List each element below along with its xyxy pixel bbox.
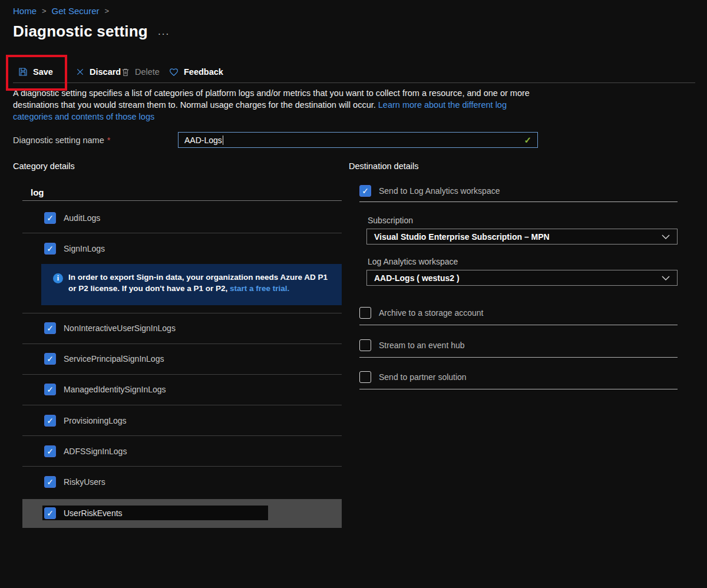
name-field-label: Diagnostic setting name* [13,136,110,145]
breadcrumb-home-link[interactable]: Home [13,6,37,16]
delete-button[interactable]: Delete [121,63,160,81]
check-icon: ✓ [47,447,54,455]
destination-divider [359,325,678,325]
check-icon: ✓ [47,245,54,253]
category-details-heading: Category details [13,161,75,171]
more-options-button[interactable]: ... [158,26,170,38]
chevron-down-icon [662,234,670,239]
page-title: Diagnostic setting [13,22,148,41]
stream-event-hub-label: Stream to an event hub [379,341,465,350]
workspace-dropdown[interactable]: AAD-Logs ( westus2 ) [366,270,678,286]
signinlogs-checkbox[interactable]: ✓ [44,243,56,255]
diagnostic-setting-name-input[interactable]: AAD-Logs ✓ [178,132,538,148]
description: A diagnostic setting specifies a list of… [13,87,536,123]
row-divider [22,374,342,375]
row-divider [22,343,342,344]
stream-event-hub-checkbox[interactable]: ✓ [359,339,371,351]
save-highlight-box [6,55,67,91]
send-to-log-analytics-checkbox[interactable]: ✓ [359,185,371,197]
destination-details-heading: Destination details [349,161,419,171]
category-row-userriskevents-highlighted[interactable]: ✓ UserRiskEvents [22,499,342,528]
breadcrumb: Home > Get Securer > [13,6,114,16]
auditlogs-checkbox[interactable]: ✓ [44,212,56,224]
info-banner-text: In order to export Sign-in data, your or… [68,272,331,294]
workspace-value: AAD-Logs ( westus2 ) [374,273,460,283]
category-row-auditlogs: ✓ AuditLogs [44,211,100,225]
provisioninglogs-checkbox[interactable]: ✓ [44,415,56,427]
destination-row-archive: ✓ Archive to a storage account [359,306,483,320]
destination-row-partner: ✓ Send to partner solution [359,370,467,384]
free-trial-link[interactable]: start a free trial. [230,284,289,293]
managedidentitysigninlogs-checkbox[interactable]: ✓ [44,384,56,395]
check-icon: ✓ [47,385,54,394]
send-partner-solution-label: Send to partner solution [379,372,467,382]
discard-button[interactable]: Discard [75,63,121,81]
info-icon: i [53,273,63,283]
check-icon: ✓ [47,478,54,486]
adfssigninlogs-checkbox[interactable]: ✓ [44,445,56,457]
archive-storage-checkbox[interactable]: ✓ [359,307,371,319]
check-icon: ✓ [47,509,54,517]
heart-icon [169,67,179,77]
discard-label: Discard [90,67,121,77]
row-divider [22,313,342,313]
x-icon [75,67,85,77]
subscription-dropdown[interactable]: Visual Studio Enterprise Subscription – … [366,229,678,245]
riskyusers-checkbox[interactable]: ✓ [44,476,56,488]
provisioninglogs-label: ProvisioningLogs [64,416,127,425]
check-icon: ✓ [362,187,369,195]
category-row-provisioning: ✓ ProvisioningLogs [44,414,127,428]
adfssigninlogs-label: ADFSSignInLogs [64,447,127,456]
chevron-right-icon: > [104,6,109,15]
category-row-riskyusers: ✓ RiskyUsers [44,475,105,489]
send-partner-solution-checkbox[interactable]: ✓ [359,371,371,383]
destination-divider [359,357,678,358]
category-row-userriskevents: ✓ UserRiskEvents [44,506,123,520]
serviceprincipalsigninlogs-checkbox[interactable]: ✓ [44,353,56,365]
diagnostic-setting-page: Home > Get Securer > Diagnostic setting … [0,0,707,588]
check-icon: ✓ [47,355,54,363]
destination-divider [359,201,678,202]
check-icon: ✓ [47,417,54,425]
log-group-underline [22,200,342,201]
log-group-header: log [31,187,44,197]
category-row-noninteractive: ✓ NonInteractiveUserSignInLogs [44,321,176,335]
destination-row-log-analytics: ✓ Send to Log Analytics workspace [359,184,500,198]
destination-row-event-hub: ✓ Stream to an event hub [359,338,465,352]
serviceprincipalsigninlogs-label: ServicePrincipalSignInLogs [64,354,164,364]
category-row-adfs: ✓ ADFSSignInLogs [44,444,127,458]
category-row-signinlogs: ✓ SignInLogs [44,242,105,256]
managedidentitysigninlogs-label: ManagedIdentitySignInLogs [64,385,166,394]
trash-icon [121,67,130,77]
userriskevents-label: UserRiskEvents [64,508,123,518]
row-divider [22,233,342,233]
noninteractiveusersigninlogs-checkbox[interactable]: ✓ [44,322,56,334]
category-row-managedidentity: ✓ ManagedIdentitySignInLogs [44,382,166,397]
feedback-button[interactable]: Feedback [169,63,223,81]
auditlogs-label: AuditLogs [64,213,100,223]
chevron-right-icon: > [42,6,47,15]
userriskevents-checkbox[interactable]: ✓ [44,507,56,519]
signinlogs-label: SignInLogs [64,244,105,253]
archive-storage-label: Archive to a storage account [379,308,483,318]
feedback-label: Feedback [184,67,223,77]
row-divider [22,466,342,467]
send-to-log-analytics-label: Send to Log Analytics workspace [379,186,500,196]
category-row-serviceprincipal: ✓ ServicePrincipalSignInLogs [44,352,164,366]
chevron-down-icon [662,276,670,280]
riskyusers-label: RiskyUsers [64,477,105,487]
name-field-label-text: Diagnostic setting name [13,136,104,145]
noninteractiveusersigninlogs-label: NonInteractiveUserSignInLogs [64,323,176,333]
breadcrumb-get-securer-link[interactable]: Get Securer [52,6,100,16]
workspace-label: Log Analytics workspace [368,257,458,266]
required-asterisk: * [107,136,111,145]
row-divider [22,435,342,436]
text-cursor [223,136,223,145]
check-icon: ✓ [47,324,54,332]
valid-check-icon: ✓ [524,135,531,146]
destination-divider [359,389,678,389]
toolbar-divider [13,82,695,83]
row-divider [22,405,342,405]
delete-label: Delete [135,67,160,77]
check-icon: ✓ [47,214,54,222]
